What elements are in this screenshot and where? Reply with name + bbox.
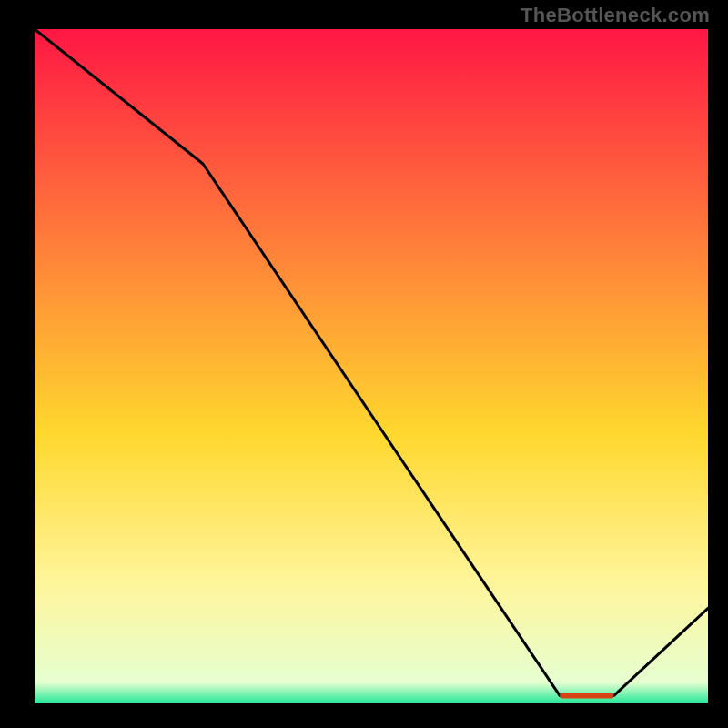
watermark-text: TheBottleneck.com [521,4,710,27]
chart-container: TheBottleneck.com [0,0,728,728]
plot-area [35,29,708,703]
floor-segment [560,693,613,699]
chart-svg [35,29,708,703]
gradient-background [35,29,708,703]
